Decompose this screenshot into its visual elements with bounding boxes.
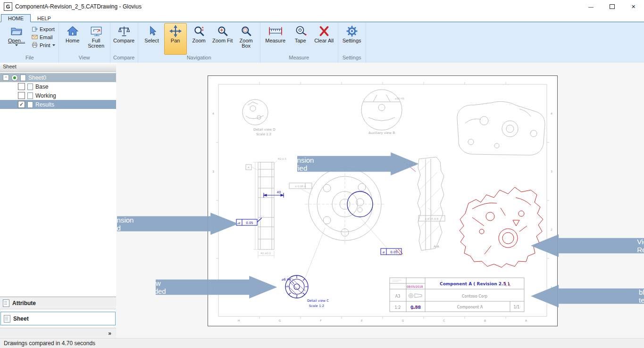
pan-button[interactable]: Pan xyxy=(164,23,187,55)
svg-text:F: F xyxy=(320,319,322,322)
sheet-panel-tab[interactable]: Sheet xyxy=(0,312,116,325)
sidebar-bottom-panels: Attribute Sheet » xyxy=(0,297,116,338)
svg-text:Detail view C: Detail view C xyxy=(307,299,329,303)
sheet0-radio[interactable] xyxy=(11,75,18,81)
svg-text:A-A: A-A xyxy=(434,245,439,249)
fullscreen-label: Full Screen xyxy=(85,38,107,49)
select-cursor-icon xyxy=(146,25,158,37)
zoom-box-icon xyxy=(240,25,252,37)
zoom-box-button[interactable]: Zoom Box xyxy=(235,23,258,55)
svg-text:C: C xyxy=(443,319,445,322)
svg-text:A: A xyxy=(525,319,527,322)
zoom-fit-button[interactable]: Zoom Fit xyxy=(211,23,234,55)
svg-text:4: 4 xyxy=(212,112,214,115)
svg-text:0.05: 0.05 xyxy=(246,221,253,225)
print-button[interactable]: Print xyxy=(32,42,55,48)
svg-text:4: 4 xyxy=(551,112,552,115)
drawing-canvas[interactable]: H G F E D C B A 4 3 2 1 4 3 2 1 xyxy=(116,63,644,338)
app-icon: G xyxy=(4,2,12,11)
dropdown-caret-icon xyxy=(15,44,18,46)
working-checkbox[interactable] xyxy=(18,92,25,99)
settings-group-label: Settings xyxy=(341,55,363,63)
maximize-button[interactable] xyxy=(602,0,623,13)
svg-text:Component A ( Revision 2.5 ): Component A ( Revision 2.5 ) xyxy=(440,282,510,286)
svg-text:Component A: Component A xyxy=(457,305,483,309)
export-button[interactable]: Export xyxy=(32,26,55,32)
compare-button[interactable]: Compare xyxy=(113,23,135,55)
tape-button[interactable]: Tape xyxy=(289,23,312,55)
measure-ruler-icon xyxy=(268,25,283,37)
export-icon xyxy=(32,26,38,32)
clear-all-label: Clear All xyxy=(314,38,334,43)
attribute-panel-header[interactable]: Attribute xyxy=(0,297,116,309)
tree-item-base[interactable]: Base xyxy=(0,82,116,91)
ribbon: Open... Export Email xyxy=(0,22,644,63)
compare-label: Compare xyxy=(113,38,134,43)
tab-home[interactable]: HOME xyxy=(1,14,31,22)
callout-label: Dimension Added xyxy=(116,216,134,232)
callout-label: View Removed xyxy=(637,238,644,254)
panel-expander-button[interactable]: » xyxy=(0,328,116,338)
navigation-group-label: Navigation xyxy=(141,55,258,63)
zoom-button[interactable]: Zoom xyxy=(188,23,210,55)
clear-all-icon xyxy=(318,25,330,37)
open-label: Open... xyxy=(8,38,25,43)
home-label: Home xyxy=(66,38,79,43)
ribbon-group-settings: Settings Settings xyxy=(338,22,366,63)
select-label: Select xyxy=(144,38,159,43)
zoom-icon xyxy=(193,25,205,37)
tree-collapse-icon[interactable]: − xyxy=(3,75,9,81)
home-button[interactable]: Home xyxy=(61,23,84,55)
settings-button[interactable]: Settings xyxy=(341,23,363,55)
svg-text:3: 3 xyxy=(551,170,552,173)
svg-text:⌀: ⌀ xyxy=(238,221,240,225)
ribbon-group-measure: Measure Tape Clear All Measure xyxy=(260,22,338,63)
pan-label: Pan xyxy=(171,38,180,43)
fullscreen-icon xyxy=(90,25,102,37)
svg-text:B: B xyxy=(484,319,486,322)
close-button[interactable]: ✕ xyxy=(623,0,644,13)
sidebar: Sheet − Sheet0 Base Working Result xyxy=(0,63,117,338)
svg-text:R2 0.5: R2 0.5 xyxy=(278,157,286,160)
settings-gear-icon xyxy=(346,25,358,37)
callout-label: View Added xyxy=(145,279,166,295)
svg-text:⌀38 H8: ⌀38 H8 xyxy=(395,97,404,100)
results-checkbox[interactable] xyxy=(18,101,25,108)
base-page-icon xyxy=(27,83,33,90)
minimize-button[interactable]: — xyxy=(580,0,602,13)
file-group-label: File xyxy=(3,55,56,63)
tree-item-label: Results xyxy=(35,101,54,108)
tree-item-working[interactable]: Working xyxy=(0,91,116,100)
email-button[interactable]: Email xyxy=(32,34,55,40)
clear-all-button[interactable]: Clear All xyxy=(313,23,335,55)
measure-label: Measure xyxy=(265,38,285,43)
tab-help[interactable]: HELP xyxy=(31,15,58,22)
sheet-tree: − Sheet0 Base Working Results xyxy=(0,72,116,297)
app-window: G ComponentA-Revision_2_5.CATDrawing - G… xyxy=(0,0,644,348)
email-icon xyxy=(32,34,38,40)
svg-text:G: G xyxy=(279,319,281,322)
measure-button[interactable]: Measure xyxy=(263,23,288,55)
sheet-panel-header: Sheet xyxy=(0,63,116,72)
tree-item-results[interactable]: Results xyxy=(0,100,116,109)
svg-text:A: A xyxy=(248,166,250,169)
tree-item-sheet0[interactable]: − Sheet0 xyxy=(0,73,116,82)
svg-text:1/1: 1/1 xyxy=(514,305,520,309)
svg-text:Contoso Corp: Contoso Corp xyxy=(462,294,487,298)
fullscreen-button[interactable]: Full Screen xyxy=(85,23,108,55)
svg-text:Scale 1:2: Scale 1:2 xyxy=(309,304,324,308)
svg-text:40: 40 xyxy=(277,191,281,194)
status-bar: Drawings compared in 4.70 seconds xyxy=(0,338,644,348)
attribute-icon xyxy=(3,299,9,307)
zoom-label: Zoom xyxy=(192,38,206,43)
ribbon-group-compare: Compare Compare xyxy=(110,22,138,63)
tree-item-label: Sheet0 xyxy=(28,75,46,81)
settings-label: Settings xyxy=(343,38,361,43)
svg-text:2: 2 xyxy=(551,228,552,231)
sheet-tab-icon xyxy=(4,315,10,323)
callout-label: Title block text changes xyxy=(639,280,644,312)
open-button[interactable]: Open... xyxy=(3,23,30,55)
measure-group-label: Measure xyxy=(263,55,335,63)
base-checkbox[interactable] xyxy=(18,83,25,90)
select-button[interactable]: Select xyxy=(141,23,163,55)
